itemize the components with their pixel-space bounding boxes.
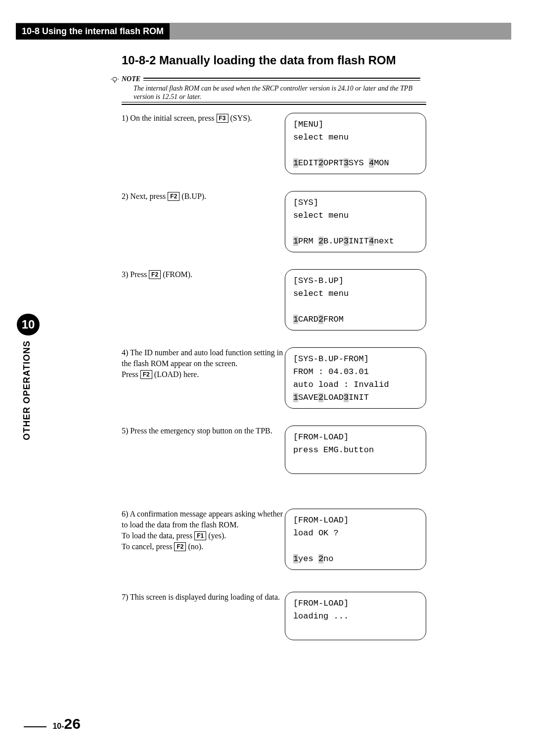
side-tab: 10 OTHER OPERATIONS bbox=[17, 314, 40, 440]
lightbulb-icon bbox=[111, 76, 119, 84]
lcd-screen: [FROM-LOAD] load OK ? 1yes 2no bbox=[285, 509, 426, 570]
step-text: 2) Next, press F2 (B.UP). bbox=[122, 191, 285, 202]
step-row: 3) Press F2 (FROM).[SYS-B.UP] select men… bbox=[122, 269, 426, 341]
step-text: 6) A confirmation message appears asking… bbox=[122, 509, 285, 552]
lcd-screen: [SYS-B.UP-FROM] FROM : 04.03.01 auto loa… bbox=[285, 347, 426, 409]
step-row: 4) The ID number and auto load function … bbox=[122, 347, 426, 420]
step-row: 6) A confirmation message appears asking… bbox=[122, 509, 426, 586]
fkey-f2: F2 bbox=[149, 270, 161, 279]
fkey-f1: F1 bbox=[194, 531, 206, 540]
step-row: 5) Press the emergency stop button on th… bbox=[122, 425, 426, 503]
step-row: 1) On the initial screen, press F3 (SYS)… bbox=[122, 113, 426, 185]
step-text: 4) The ID number and auto load function … bbox=[122, 347, 285, 380]
step-row: 2) Next, press F2 (B.UP).[SYS] select me… bbox=[122, 191, 426, 263]
lcd-screen: [FROM-LOAD] loading ... bbox=[285, 592, 426, 640]
footer-page: 26 bbox=[64, 715, 81, 732]
steps-region: 1) On the initial screen, press F3 (SYS)… bbox=[122, 113, 426, 667]
side-label: OTHER OPERATIONS bbox=[22, 340, 32, 440]
lcd-screen: [SYS-B.UP] select menu 1CARD2FROM bbox=[285, 269, 426, 331]
step-text: 3) Press F2 (FROM). bbox=[122, 269, 285, 280]
footer-rule-icon bbox=[24, 726, 46, 727]
note-rule-icon bbox=[122, 102, 426, 105]
fkey-f3: F3 bbox=[217, 114, 228, 123]
note-body: The internal flash ROM can be used when … bbox=[122, 83, 426, 102]
header-title: 10-8 Using the internal flash ROM bbox=[16, 23, 170, 40]
section-heading: 10-8-2 Manually loading the data from fl… bbox=[122, 53, 396, 67]
lcd-screen: [FROM-LOAD] press EMG.button bbox=[285, 425, 426, 474]
page-header: 10-8 Using the internal flash ROM bbox=[16, 23, 511, 40]
fkey-f2: F2 bbox=[140, 370, 152, 379]
lcd-screen: [MENU] select menu 1EDIT2OPRT3SYS 4MON bbox=[285, 113, 426, 174]
step-text: 7) This screen is displayed during loadi… bbox=[122, 592, 285, 603]
step-text: 1) On the initial screen, press F3 (SYS)… bbox=[122, 113, 285, 124]
step-text: 5) Press the emergency stop button on th… bbox=[122, 425, 285, 436]
note-label: NOTE bbox=[122, 75, 143, 83]
fkey-f2: F2 bbox=[174, 542, 186, 551]
chapter-badge: 10 bbox=[17, 314, 40, 335]
lcd-screen: [SYS] select menu 1PRM 2B.UP3INIT4next bbox=[285, 191, 426, 252]
step-row: 7) This screen is displayed during loadi… bbox=[122, 592, 426, 661]
page-footer: 10-26 bbox=[24, 715, 81, 732]
footer-prefix: 10- bbox=[52, 722, 64, 730]
note-block: NOTE The internal flash ROM can be used … bbox=[122, 74, 426, 105]
fkey-f2: F2 bbox=[168, 192, 179, 201]
svg-point-0 bbox=[113, 77, 117, 81]
note-rule-icon bbox=[143, 78, 420, 81]
